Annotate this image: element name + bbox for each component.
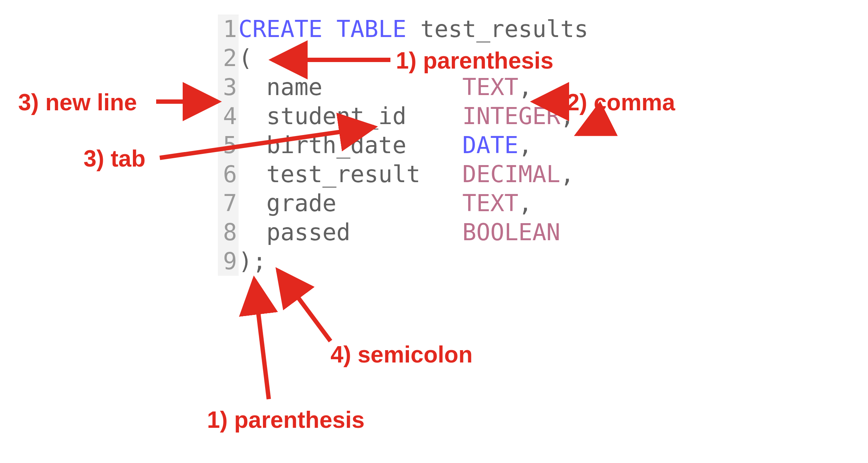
line-number: 4 [223,102,237,131]
code-token: INTEGER [462,103,560,130]
code-line: test_result DECIMAL, [239,160,588,189]
code-token: CREATE TABLE [239,16,406,42]
code-token: , [518,74,532,101]
line-number: 9 [223,247,237,276]
annotation-parenthesis-bottom: 1) parenthesis [207,406,365,433]
code-token: test_result [239,161,463,188]
annotation-tab: 3) tab [84,145,146,172]
code-token: grade [239,190,463,217]
line-number: 8 [223,218,237,247]
line-number: 1 [223,15,237,44]
annotation-new-line: 3) new line [18,89,137,116]
annotation-parenthesis-top: 1) parenthesis [396,47,553,74]
line-number: 2 [223,44,237,73]
line-number: 3 [223,73,237,102]
code-token: name [239,74,463,101]
code-token: ; [252,248,267,275]
code-token: ) [239,248,253,275]
annotation-semicolon: 4) semicolon [330,341,472,368]
line-number-gutter: 123456789 [218,15,239,276]
code-token: passed [239,219,463,246]
code-token: ( [239,45,253,71]
code-line: grade TEXT, [239,189,588,218]
code-token: , [560,161,575,188]
code-line: passed BOOLEAN [239,218,588,247]
code-token: DATE [462,132,518,159]
code-token: test_results [420,16,588,42]
code-line: CREATE TABLE test_results [239,15,588,44]
code-line: student_id INTEGER, [239,102,588,131]
code-token: student_id [239,103,463,130]
code-line: birth_date DATE, [239,131,588,160]
code-token: birth_date [239,132,463,159]
code-token: TEXT [462,190,518,217]
code-token [406,16,421,42]
code-line: ); [239,247,588,276]
code-token: TEXT [462,74,518,101]
code-token: , [518,190,532,217]
annotation-comma: 2) comma [567,89,675,116]
line-number: 6 [223,160,237,189]
arrow-semicolon [278,270,330,341]
code-token: , [518,132,532,159]
code-line: name TEXT, [239,73,588,102]
line-number: 5 [223,131,237,160]
line-number: 7 [223,189,237,218]
code-token: DECIMAL [462,161,560,188]
arrow-parenthesis-bottom [254,279,269,399]
code-token: BOOLEAN [462,219,560,246]
